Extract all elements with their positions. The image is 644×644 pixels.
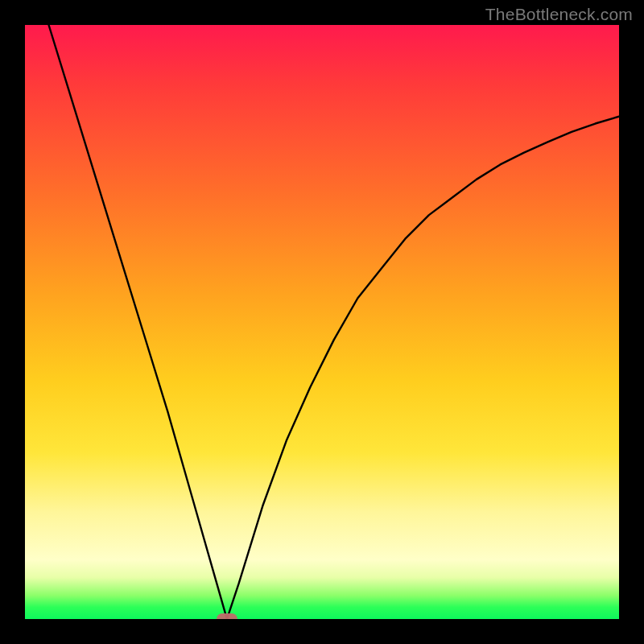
bottleneck-curve (25, 25, 619, 619)
optimal-marker (217, 613, 237, 619)
chart-frame: TheBottleneck.com (0, 0, 644, 644)
watermark-text: TheBottleneck.com (485, 5, 633, 24)
plot-area (25, 25, 619, 619)
curve-path (49, 25, 619, 619)
